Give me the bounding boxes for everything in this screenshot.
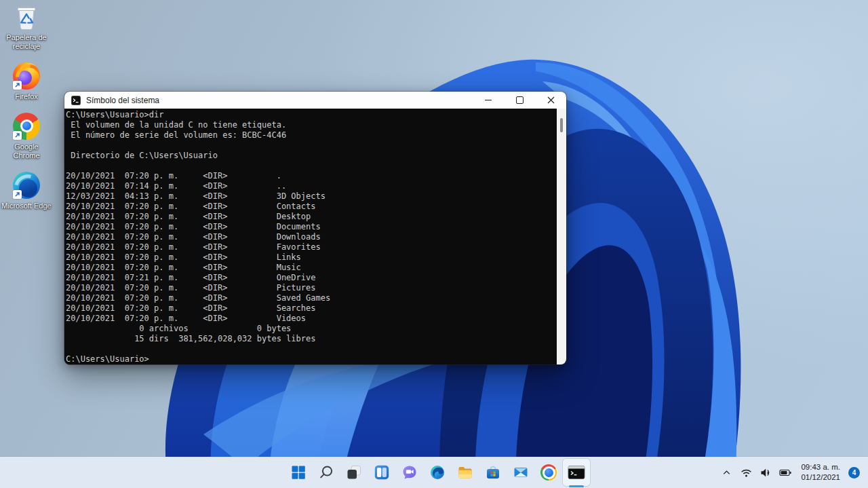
window-title: Símbolo del sistema — [86, 96, 473, 105]
minimize-button[interactable] — [473, 92, 504, 109]
desktop-icon-recycle-bin[interactable]: Papelera de reciclaje — [1, 3, 52, 51]
desktop-icon-label: Papelera de reciclaje — [1, 33, 52, 51]
taskbar-center — [285, 457, 590, 488]
taskbar-item-chat[interactable] — [396, 459, 423, 486]
taskbar-item-mail[interactable] — [507, 459, 534, 486]
taskbar-item-file-explorer[interactable] — [452, 459, 479, 486]
volume-icon — [760, 468, 772, 478]
edge-taskbar-icon — [429, 464, 446, 481]
task-view-icon — [346, 464, 362, 481]
terminal-scrollbar[interactable] — [557, 109, 566, 364]
taskbar-item-command-prompt[interactable] — [563, 459, 590, 486]
desktop-icon-edge[interactable]: Microsoft Edge — [1, 171, 52, 210]
window-titlebar[interactable]: Símbolo del sistema — [64, 92, 566, 109]
battery-button[interactable] — [778, 464, 792, 481]
shortcut-arrow-icon — [13, 190, 22, 199]
desktop-icons: Papelera de reciclaje Firefox Google Chr… — [0, 3, 53, 210]
chrome-taskbar-icon — [540, 464, 557, 481]
desktop: Papelera de reciclaje Firefox Google Chr… — [0, 0, 868, 488]
wifi-icon — [741, 468, 752, 478]
chevron-up-icon — [722, 468, 732, 478]
taskbar-item-search[interactable] — [313, 459, 340, 486]
command-prompt-icon — [568, 464, 585, 481]
taskbar: 09:43 a. m. 01/12/2021 4 — [0, 457, 868, 488]
maximize-icon — [516, 96, 524, 104]
search-icon — [318, 464, 334, 481]
show-hidden-icons-button[interactable] — [719, 464, 733, 481]
tray-clock[interactable]: 09:43 a. m. 01/12/2021 — [801, 462, 840, 483]
taskbar-item-task-view[interactable] — [340, 459, 368, 486]
store-icon — [485, 464, 501, 481]
taskbar-item-widgets[interactable] — [368, 459, 395, 486]
cmd-titlebar-icon — [71, 96, 81, 105]
mail-icon — [513, 464, 529, 481]
edge-icon — [12, 171, 41, 200]
active-app-indicator — [569, 485, 584, 487]
terminal-output: C:\Users\Usuario>dir El volumen de la un… — [64, 109, 557, 364]
taskbar-item-start[interactable] — [285, 459, 312, 486]
close-icon — [547, 96, 555, 104]
clock-date: 01/12/2021 — [801, 472, 840, 483]
desktop-icon-label: Microsoft Edge — [1, 202, 51, 210]
close-button[interactable] — [535, 92, 566, 109]
taskbar-item-edge[interactable] — [424, 459, 451, 486]
chat-icon — [401, 464, 418, 481]
start-icon — [290, 464, 307, 481]
scrollbar-thumb[interactable] — [560, 118, 563, 132]
volume-button[interactable] — [759, 464, 772, 481]
battery-icon — [779, 468, 792, 477]
desktop-icon-firefox[interactable]: Firefox — [1, 62, 52, 101]
firefox-icon — [12, 62, 41, 90]
terminal[interactable]: C:\Users\Usuario>dir El volumen de la un… — [64, 109, 566, 364]
taskbar-item-store[interactable] — [479, 459, 507, 486]
shortcut-arrow-icon — [13, 131, 22, 140]
chrome-icon — [12, 112, 41, 140]
notification-badge[interactable]: 4 — [848, 467, 860, 478]
desktop-icon-chrome[interactable]: Google Chrome — [1, 112, 52, 160]
taskbar-item-chrome[interactable] — [535, 459, 562, 486]
clock-time: 09:43 a. m. — [801, 462, 840, 472]
maximize-button[interactable] — [504, 92, 535, 109]
system-tray: 09:43 a. m. 01/12/2021 4 — [719, 457, 868, 488]
wifi-button[interactable] — [739, 464, 753, 481]
widgets-icon — [374, 464, 390, 481]
recycle-bin-icon — [12, 3, 41, 31]
minimize-icon — [485, 100, 492, 100]
desktop-icon-label: Firefox — [15, 92, 38, 101]
desktop-icon-label: Google Chrome — [1, 143, 52, 160]
file-explorer-icon — [457, 464, 473, 481]
cmd-window: Símbolo del sistema C:\Users\Usuario>dir… — [64, 92, 566, 364]
shortcut-arrow-icon — [13, 81, 22, 90]
